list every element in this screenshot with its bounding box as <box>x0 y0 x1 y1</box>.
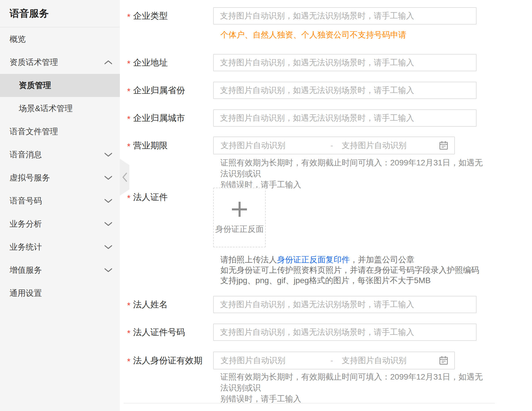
field-row-enterprise-city: * 企业归属城市 <box>127 109 532 127</box>
enterprise-city-input[interactable] <box>213 109 477 127</box>
sidebar-item-label: 增值服务 <box>10 265 42 276</box>
chevron-down-icon <box>105 153 112 157</box>
sidebar-title: 语音服务 <box>0 0 120 27</box>
sidebar-item-label: 业务统计 <box>10 242 42 253</box>
field-row-enterprise-address: * 企业地址 <box>127 54 532 71</box>
sidebar-item-label: 资质管理 <box>19 80 51 91</box>
daterange-separator: - <box>330 356 333 365</box>
sidebar-item-value-added-service[interactable]: 增值服务 <box>0 259 120 282</box>
field-label: * 营业期限 <box>127 140 213 151</box>
required-mark: * <box>127 85 131 96</box>
daterange-separator: - <box>330 141 333 150</box>
sidebar-item-label: 语音消息 <box>10 149 42 160</box>
id-copy-link[interactable]: 身份证正反面复印件 <box>277 255 350 264</box>
sidebar-item-label: 通用设置 <box>10 288 42 299</box>
legal-id-validity-helper: 证照有效期为长期时，有效期截止时间可填入：2099年12月31日，如遇无法识别或… <box>220 371 486 404</box>
upload-helper: 请拍照上传法人身份证正反面复印件，并加盖公司公章 如无身份证可上传护照资料页照片… <box>220 255 498 286</box>
daterange-end-placeholder[interactable]: 支持图片自动识别 <box>342 355 439 366</box>
field-label: * 企业地址 <box>127 57 213 68</box>
sidebar-item-voice-number[interactable]: 语音号码 <box>0 189 120 212</box>
field-label: * 企业归属城市 <box>127 113 213 123</box>
calendar-icon[interactable] <box>439 356 449 365</box>
legal-name-input[interactable] <box>213 296 477 313</box>
daterange-start-placeholder[interactable]: 支持图片自动识别 <box>221 140 330 151</box>
legal-id-number-input[interactable] <box>213 324 477 341</box>
sidebar-item-label: 语音文件管理 <box>10 126 58 137</box>
required-mark: * <box>127 192 131 202</box>
enterprise-province-input[interactable] <box>213 82 477 99</box>
sidebar-item-virtual-number-service[interactable]: 虚拟号服务 <box>0 166 120 189</box>
sidebar-item-qualification-script-mgmt[interactable]: 资质话术管理 <box>0 51 120 74</box>
required-mark: * <box>127 57 131 68</box>
business-term-helper: 证照有效期为长期时，有效期截止时间可填入：2099年12月31日，如遇无法识别或… <box>220 157 486 190</box>
section-divider <box>124 403 495 403</box>
plus-icon <box>232 202 247 217</box>
field-row-business-term: * 营业期限 支持图片自动识别 - 支持图片自动识别 <box>127 137 532 154</box>
sidebar-collapse-handle[interactable] <box>120 159 129 196</box>
required-mark: * <box>127 355 131 366</box>
enterprise-address-input[interactable] <box>213 54 477 71</box>
field-row-enterprise-province: * 企业归属省份 <box>127 82 532 99</box>
business-term-daterange[interactable]: 支持图片自动识别 - 支持图片自动识别 <box>213 137 455 154</box>
field-label: * 企业归属省份 <box>127 85 213 96</box>
sidebar-item-label: 业务分析 <box>10 218 42 229</box>
qualification-form: * 企业类型 个体户、自然人独资、个人独资公司不支持号码申请 * 企业地址 * … <box>120 0 532 411</box>
sidebar: 语音服务 概览 资质话术管理 资质管理 场景&话术管理 语音文件管理 语音消息 <box>0 0 120 411</box>
field-row-enterprise-type: * 企业类型 <box>127 7 532 25</box>
required-mark: * <box>127 140 131 151</box>
chevron-down-icon <box>105 245 112 249</box>
sidebar-item-scene-script-mgmt[interactable]: 场景&话术管理 <box>0 97 120 120</box>
daterange-end-placeholder[interactable]: 支持图片自动识别 <box>342 140 439 151</box>
sidebar-item-qualification-mgmt[interactable]: 资质管理 <box>0 74 120 97</box>
required-mark: * <box>127 113 131 123</box>
sidebar-item-label: 概览 <box>10 34 26 45</box>
chevron-down-icon <box>105 199 112 203</box>
sidebar-item-label: 虚拟号服务 <box>10 172 50 183</box>
daterange-start-placeholder[interactable]: 支持图片自动识别 <box>221 355 330 366</box>
upload-box-label: 身份证正反面 <box>215 224 264 235</box>
required-mark: * <box>127 327 131 337</box>
field-row-legal-id-upload: * 法人证件 身份证正反面 <box>127 188 266 247</box>
calendar-icon[interactable] <box>439 141 449 150</box>
sidebar-item-voice-file-mgmt[interactable]: 语音文件管理 <box>0 120 120 143</box>
chevron-down-icon <box>105 222 112 226</box>
sidebar-item-label: 语音号码 <box>10 195 42 206</box>
chevron-down-icon <box>105 268 112 272</box>
chevron-down-icon <box>105 176 112 180</box>
field-label: * 法人身份证有效期 <box>127 355 213 366</box>
sidebar-item-overview[interactable]: 概览 <box>0 28 120 51</box>
sidebar-item-business-analysis[interactable]: 业务分析 <box>0 212 120 236</box>
field-label: * 法人证件 <box>127 188 213 202</box>
field-label: * 法人证件号码 <box>127 327 213 337</box>
required-mark: * <box>127 11 131 21</box>
id-card-upload-box[interactable]: 身份证正反面 <box>213 188 266 247</box>
sidebar-item-general-settings[interactable]: 通用设置 <box>0 282 120 305</box>
sidebar-item-label: 资质话术管理 <box>10 57 58 68</box>
field-label: * 法人姓名 <box>127 299 213 310</box>
field-row-legal-id-validity: * 法人身份证有效期 支持图片自动识别 - 支持图片自动识别 <box>127 352 532 369</box>
sidebar-item-voice-message[interactable]: 语音消息 <box>0 143 120 166</box>
chevron-up-icon <box>105 60 112 64</box>
sidebar-item-business-statistics[interactable]: 业务统计 <box>0 236 120 259</box>
legal-id-validity-daterange[interactable]: 支持图片自动识别 - 支持图片自动识别 <box>213 352 455 369</box>
field-label: * 企业类型 <box>127 11 213 21</box>
field-row-legal-id-number: * 法人证件号码 <box>127 324 532 341</box>
sidebar-item-label: 场景&话术管理 <box>19 103 73 114</box>
enterprise-type-warning: 个体户、自然人独资、个人独资公司不支持号码申请 <box>220 30 406 40</box>
chevron-left-icon <box>122 173 127 182</box>
required-mark: * <box>127 299 131 310</box>
enterprise-type-input[interactable] <box>213 7 477 25</box>
sidebar-menu: 概览 资质话术管理 资质管理 场景&话术管理 语音文件管理 语音消息 虚拟号服务 <box>0 28 120 305</box>
field-row-legal-name: * 法人姓名 <box>127 296 532 313</box>
